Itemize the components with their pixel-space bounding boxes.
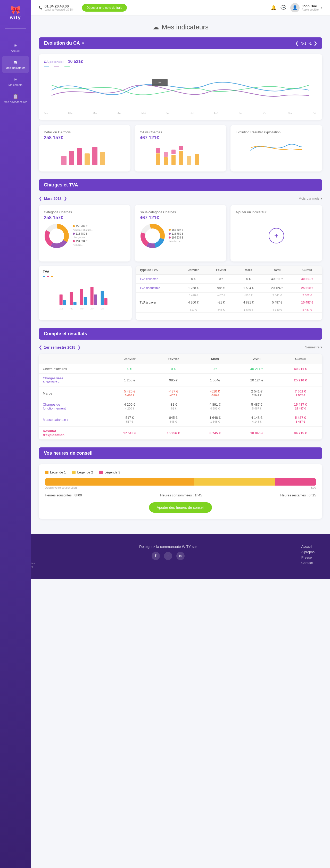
cloud-icon: ☁ [152, 23, 159, 31]
period-option[interactable]: Mois par mois ▾ [299, 196, 322, 200]
donut-chart-1 [44, 223, 70, 249]
next-period-button[interactable]: ❯ [77, 345, 81, 350]
footer-link-contact[interactable]: Contact [301, 561, 315, 565]
svg-rect-34 [94, 294, 97, 305]
compte-col-avr: Avril [235, 354, 278, 364]
svg-rect-15 [179, 146, 183, 150]
twitter-icon[interactable]: t [164, 552, 172, 560]
compte-col-jan: Janvier [108, 354, 151, 364]
compte-table-card: Janvier Fevrier Mars Avril Cumul Chiffre… [39, 354, 322, 440]
footer-link-accueil[interactable]: Accueil [301, 545, 315, 549]
legend-item: Résultat... [73, 244, 93, 246]
sidebar-item-compta[interactable]: ⊟ Ma compta [0, 73, 31, 90]
chevron-down-icon: ▾ [82, 41, 84, 45]
compte-col-label [39, 354, 108, 364]
row-label: Masse salariale ▾ [39, 413, 108, 427]
sous-cat-charges-title: Sous-catégorie Charges [140, 210, 221, 214]
legend-item: 194 634 € [169, 236, 183, 239]
evolution-ca-section: Evolution du CA ▾ ❮ N-1 -1 ❯ CA potentie… [39, 37, 322, 172]
cat-charges-value: 258 157€ [44, 215, 125, 220]
sidebar-item-indicateurs[interactable]: ≋ Mes indicateurs [2, 56, 29, 73]
footer-link-apropos[interactable]: A propos [301, 550, 315, 554]
facebook-icon[interactable]: f [152, 552, 160, 560]
svg-text:—: — [159, 81, 161, 84]
heures-conseil-section: Vos heures de conseil Légende 1 Légende … [39, 447, 322, 519]
mini-card-resultat: Evolution Résultat exploitation [230, 125, 322, 172]
compte-resultats-header: Compte et résultats [39, 328, 322, 340]
row-label: Résultatd'exploitation [39, 426, 108, 440]
svg-rect-17 [195, 154, 199, 165]
donut-legend-2: 155 707 € 116 780 € 194 634 € Résultat d… [169, 228, 183, 244]
table-row: Résultatd'exploitation 17 513 € 15 256 €… [39, 426, 322, 440]
svg-rect-11 [164, 152, 168, 157]
tva-row: TVA [39, 266, 322, 320]
mini-card-title-0: Detail du CA/mois [44, 130, 125, 134]
deposit-note-button[interactable]: Déposer une note de frais [82, 4, 127, 11]
current-month: Mars 2018 [44, 196, 62, 200]
user-menu[interactable]: 👤 John Doe Apple société ▾ [290, 3, 322, 12]
heures-souscrites: Heures souscrites : 8h00 [45, 493, 82, 497]
tva-label: TVA déductible [136, 284, 179, 293]
user-name: John Doe [302, 4, 319, 8]
phone-icon: 📞 [39, 6, 42, 9]
svg-rect-36 [104, 298, 107, 305]
chat-icon[interactable]: 💬 [280, 5, 286, 10]
legend-label-3: Légende 3 [104, 470, 120, 474]
sidebar-logo: 🎀 wity [10, 5, 21, 20]
prev-period-button[interactable]: ❮ [39, 345, 42, 350]
mini-chart-0 [44, 143, 125, 166]
progress-label-end: 8:00 [311, 486, 316, 489]
next-period-button[interactable]: ❯ [314, 41, 317, 45]
sidebar-label-accueil: Accueil [11, 49, 20, 52]
prev-month-button[interactable]: ❮ [39, 196, 42, 201]
page-title: ☁ Mes indicateurs [39, 23, 322, 31]
table-row: Marge 5 420 €5 420 € -437 €-437 € -510 €… [39, 387, 322, 400]
logo-name: wity [10, 15, 21, 20]
compta-icon: ⊟ [14, 76, 18, 82]
mini-chart-1 [140, 143, 221, 166]
heures-header: Vos heures de conseil [39, 447, 322, 459]
user-company: Apple société [302, 8, 319, 11]
legend-color-1 [45, 471, 48, 474]
heures-title: Vos heures de conseil [44, 451, 93, 456]
next-month-button[interactable]: ❯ [64, 196, 67, 201]
charges-tva-section: Charges et TVA ❮ Mars 2018 ❯ Mois par mo… [39, 179, 322, 320]
month-nav: ❮ Mars 2018 ❯ [39, 196, 67, 201]
sidebar-item-accueil[interactable]: ⊞ Accueil [0, 39, 31, 56]
mini-card-title-1: CA vs Charges [140, 130, 221, 134]
tva-chart-card: TVA [39, 266, 132, 320]
period-label: N-1 [301, 41, 306, 45]
heures-stats: Heures souscrites : 8h00 Heures consommé… [45, 493, 316, 497]
chart-icon: ≋ [14, 60, 18, 65]
semester-option[interactable]: Semestre ▾ [305, 345, 322, 349]
legend-item: Résultat de... [169, 240, 183, 243]
chevron-down-icon: ▾ [321, 196, 322, 200]
legend-item: Achats et charges... [73, 229, 93, 231]
svg-rect-3 [69, 151, 74, 165]
tva-table-card: Type de TVA Janvier Fevrier Mars Avril C… [136, 266, 322, 320]
tva-col-mar: Mars [235, 266, 262, 275]
chevron-down-icon: ▾ [321, 345, 322, 349]
sous-cat-charges-value: 467 121€ [140, 215, 221, 220]
add-heures-button[interactable]: Ajouter des heures de conseil [149, 502, 212, 513]
bell-icon[interactable]: 🔔 [271, 5, 276, 10]
linkedin-icon[interactable]: in [176, 552, 185, 560]
main-chart: — [44, 70, 317, 111]
svg-rect-6 [92, 147, 97, 165]
period-label: ❮ 1er semestre 2018 ❯ [39, 345, 81, 350]
footer-link-presse[interactable]: Presse [301, 555, 315, 559]
svg-rect-35 [101, 290, 104, 305]
sidebar-item-devis[interactable]: 📋 Mes devis/factures [0, 90, 31, 107]
table-row: Chiffre d'affaires 0 € 0 € 0 € 40 211 € … [39, 364, 322, 374]
categorie-charges-card: Catégorie Charges 258 157€ 155 707 € [39, 205, 130, 261]
prev-period-button[interactable]: ❮ [295, 41, 299, 45]
legend-item: 116 780 € [73, 232, 93, 235]
add-indicator-card: Ajouter un indicateur + [230, 205, 322, 261]
add-indicator-title: Ajouter un indicateur [236, 210, 317, 214]
add-indicator-content: + [236, 215, 317, 256]
compte-table: Janvier Fevrier Mars Avril Cumul Chiffre… [39, 354, 322, 440]
header-phone: 📞 01.84.20.48.00 Lundi au Vendredi 10-18… [39, 4, 74, 11]
evolution-ca-title: Evolution du CA [44, 40, 80, 46]
add-indicator-button[interactable]: + [269, 228, 284, 243]
table-row: 517 € 845 € 1 640 € 4 140 € 5 487 € [136, 307, 322, 313]
